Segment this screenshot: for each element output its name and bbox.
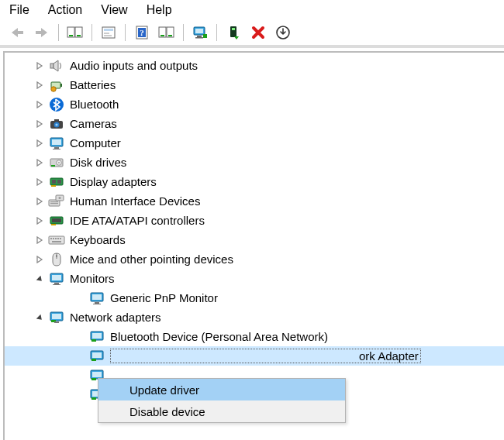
- menu-file[interactable]: File: [9, 3, 29, 17]
- svg-rect-84: [91, 397, 96, 400]
- enable-device-button[interactable]: [223, 22, 244, 43]
- expand-icon[interactable]: [34, 157, 45, 168]
- tree-node-cameras[interactable]: Cameras: [5, 114, 504, 133]
- device-tree: Audio inputs and outputs Batteries Bluet…: [3, 51, 504, 440]
- expand-icon[interactable]: [34, 80, 45, 91]
- expand-icon[interactable]: [34, 119, 45, 129]
- bluetooth-icon: [48, 97, 65, 112]
- tree-node-audio[interactable]: Audio inputs and outputs: [5, 56, 504, 75]
- menubar: File Action View Help: [0, 0, 504, 22]
- tree-node-batteries[interactable]: Batteries: [5, 75, 504, 95]
- context-menu-item-update-driver[interactable]: Update driver: [98, 379, 345, 400]
- mouse-icon: [48, 252, 65, 267]
- tree-node-hid[interactable]: Human Interface Devices: [5, 191, 504, 211]
- expand-icon[interactable]: [34, 60, 45, 71]
- tree-node-generic-monitor[interactable]: Generic PnP Monitor: [5, 288, 504, 308]
- expand-icon[interactable]: [34, 254, 45, 265]
- tree-label: Keyboards: [70, 233, 126, 246]
- svg-rect-74: [92, 333, 102, 339]
- tree-label: Display adapters: [70, 175, 157, 188]
- toolbar-separator: [216, 24, 217, 41]
- svg-rect-21: [232, 28, 235, 30]
- svg-rect-25: [60, 84, 62, 87]
- ide-icon: [48, 213, 65, 229]
- tree-node-keyboards[interactable]: Keyboards: [5, 230, 504, 249]
- svg-rect-50: [52, 218, 61, 222]
- svg-rect-60: [56, 255, 57, 257]
- expand-icon[interactable]: [34, 138, 45, 149]
- display-adapter-icon: [48, 174, 65, 190]
- svg-rect-57: [60, 238, 61, 239]
- svg-rect-43: [51, 185, 56, 187]
- network-adapter-icon: [88, 349, 105, 364]
- svg-rect-2: [69, 35, 73, 36]
- menu-help[interactable]: Help: [147, 3, 172, 17]
- monitor-icon: [88, 290, 105, 306]
- context-menu-item-disable-device[interactable]: Disable device: [98, 400, 345, 422]
- tree-label: Bluetooth: [70, 98, 119, 111]
- svg-rect-66: [92, 294, 102, 300]
- update-driver-button[interactable]: [272, 22, 294, 43]
- svg-rect-58: [52, 241, 61, 242]
- svg-rect-54: [53, 238, 54, 239]
- tree-node-computer[interactable]: Computer: [5, 133, 504, 153]
- uninstall-device-button[interactable]: [247, 22, 269, 43]
- tree-label: Monitors: [70, 272, 115, 285]
- help-button[interactable]: ?: [131, 22, 153, 43]
- tree-label: Cameras: [70, 117, 117, 130]
- svg-point-38: [58, 162, 60, 163]
- svg-rect-6: [104, 33, 109, 34]
- expand-icon[interactable]: [34, 215, 45, 226]
- tree-label: Audio inputs and outputs: [70, 59, 198, 72]
- toolbar-separator: [58, 24, 59, 41]
- svg-rect-18: [195, 37, 203, 39]
- action-pane-button[interactable]: [156, 22, 178, 43]
- properties-button[interactable]: [98, 22, 119, 43]
- tree-node-disk[interactable]: Disk drives: [5, 153, 504, 172]
- back-button[interactable]: [6, 22, 28, 43]
- collapse-icon[interactable]: [34, 312, 45, 323]
- svg-rect-51: [51, 224, 56, 225]
- tree-label: Mice and other pointing devices: [70, 253, 233, 266]
- tree-node-mice[interactable]: Mice and other pointing devices: [5, 249, 504, 269]
- svg-rect-17: [197, 36, 202, 37]
- expand-icon[interactable]: [34, 99, 45, 110]
- forward-button[interactable]: [31, 22, 53, 43]
- hid-icon: [48, 194, 65, 209]
- collapse-icon[interactable]: [34, 273, 45, 284]
- show-hide-console-button[interactable]: [64, 22, 86, 43]
- network-adapter-icon: [48, 310, 65, 325]
- camera-icon: [48, 116, 65, 132]
- tree-node-bt-pan[interactable]: Bluetooth Device (Personal Area Network): [5, 327, 504, 346]
- svg-rect-81: [91, 378, 96, 380]
- svg-rect-56: [57, 238, 59, 239]
- tree-label: Computer: [70, 136, 121, 150]
- svg-rect-42: [57, 180, 61, 184]
- tree-node-selected-adapter[interactable]: ork Adapter: [5, 346, 504, 366]
- svg-rect-75: [91, 339, 96, 342]
- svg-rect-55: [55, 238, 57, 239]
- menu-action[interactable]: Action: [48, 3, 82, 17]
- svg-rect-45: [50, 201, 58, 202]
- expand-icon[interactable]: [34, 177, 45, 187]
- scan-hardware-button[interactable]: [189, 22, 211, 43]
- svg-rect-39: [51, 165, 55, 167]
- disk-icon: [48, 155, 65, 170]
- tree-node-network-adapters[interactable]: Network adapters: [5, 308, 504, 327]
- expand-icon[interactable]: [34, 196, 45, 207]
- tree-label: Human Interface Devices: [70, 194, 200, 208]
- svg-rect-16: [195, 29, 203, 33]
- expand-icon[interactable]: [34, 235, 45, 246]
- tree-node-display[interactable]: Display adapters: [5, 172, 504, 191]
- tree-node-bluetooth[interactable]: Bluetooth: [5, 95, 504, 114]
- svg-rect-3: [77, 35, 81, 36]
- tree-label: Disk drives: [70, 156, 126, 169]
- tree-node-monitors[interactable]: Monitors: [5, 269, 504, 288]
- speaker-icon: [48, 58, 65, 74]
- svg-text:?: ?: [140, 28, 144, 37]
- svg-rect-78: [91, 359, 96, 361]
- tree-node-ide[interactable]: IDE ATA/ATAPI controllers: [5, 211, 504, 230]
- toolbar-separator: [125, 24, 126, 41]
- menu-view[interactable]: View: [101, 3, 127, 17]
- svg-rect-72: [54, 321, 59, 323]
